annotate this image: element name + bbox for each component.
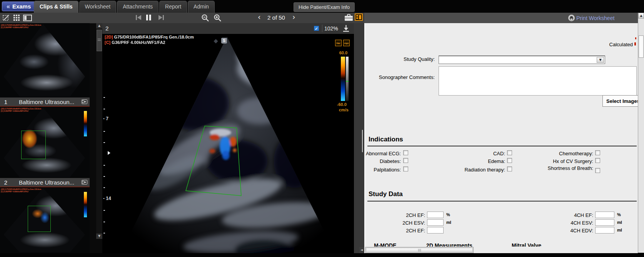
ultrasound-image[interactable] [102,34,354,257]
chevron-down-icon[interactable]: ▼ [597,57,604,63]
previous-image-chevron[interactable]: ‹ [258,13,261,21]
scroll-down-arrow-icon[interactable]: ▼ [96,233,102,239]
thumbnail-colorbar [84,192,87,217]
probe-orientation-badge: S [221,38,227,44]
field-label-4ch-esv: 4CH ESV: [536,220,593,226]
tab-clips-and-stills[interactable]: Clips & Stills [34,1,78,13]
thumbnail-1-image[interactable]: [2D] G75/DR100dB/FA1/P85/Frq Gen./18.0cm… [0,23,90,97]
annotate-measure-icon[interactable] [2,14,10,22]
tab-strip: Clips & Stills Worksheet Attachments Rep… [34,1,215,13]
field-label-2ch-esv: 2CH ESV: [367,220,425,226]
depth-marker-7: - 7 [103,116,108,121]
indication-label-cad: CAD: [443,151,505,156]
checkbox-radiation-therapy[interactable] [507,166,512,171]
indication-label-hx-cv-surgery: Hx of CV Surgery: [547,158,593,164]
thumbnail-title: Baltimore Ultrasoun... [12,179,82,186]
harmonics-badge: Har [335,40,342,46]
download-image-icon[interactable] [342,24,350,32]
scrollbar-thumb[interactable] [97,30,102,51]
sonographer-comments-label: Sonographer Comments: [358,74,435,80]
clipped-red-text [635,37,636,39]
input-4ch-ef[interactable] [595,212,614,218]
tab-admin[interactable]: Admin [188,1,215,13]
field-label-4ch-ef: 4CH EF: [536,212,593,218]
sonographer-comments-textarea[interactable] [439,66,637,96]
velocity-scale-unit: cm/s [339,108,349,112]
clipped-heading-2d-measurements: 2D Measurements [426,242,488,247]
section-rule [367,201,637,202]
thumbnail-overlay-text: [2D] G75/DR100dB/FA1/P85/Frq Gen./18.0cm… [1,188,66,193]
checkbox-palpitations[interactable] [403,166,408,171]
viewer-toolbar [0,13,364,24]
zoom-in-icon[interactable] [214,14,222,22]
zoom-out-icon[interactable] [201,14,209,22]
last-frame-icon[interactable] [158,15,165,20]
hide-patient-exam-info-button[interactable]: Hide Patient/Exam Info [294,2,355,12]
checkbox-edema[interactable] [507,158,512,163]
checkbox-cad[interactable] [507,150,512,155]
ultrasound-fan-graphic [102,34,354,257]
input-2ch-ef-2[interactable] [427,227,444,233]
toggle-worksheet-panel-icon[interactable] [355,13,363,21]
clipped-heading-m-mode: M-MODE [374,242,420,247]
print-worksheet-link[interactable]: Print Worksheet [576,15,614,21]
layout-panel-icon[interactable] [23,15,32,21]
tab-worksheet[interactable]: Worksheet [79,1,117,13]
thumbnail-number: 2 [0,179,12,186]
viewer-zoom-level: 102% [324,25,338,32]
indication-label-chemotherapy: Chemotherapy: [547,151,593,156]
pause-icon[interactable] [146,14,152,21]
study-quality-label: Study Quality: [358,56,435,62]
unit-2ch-ef: % [446,212,450,217]
unit-4ch-ef: % [617,212,621,217]
velocity-scale-min: -60.0 [337,102,347,107]
input-2ch-esv[interactable] [427,219,444,226]
checkbox-abnormal-ecg[interactable] [403,150,408,155]
thumbnail-3-image[interactable]: [2D] G75/DR100dB/FA1/P85/Frq Gen./18.0cm… [0,187,90,253]
checkbox-chemotherapy[interactable] [595,150,600,155]
study-data-heading: Study Data [369,190,403,198]
checkbox-hx-cv-surgery[interactable] [595,158,600,163]
worksheet-vertical-scrollbar[interactable]: ▲ [638,13,644,253]
thumbnail-roi-box [28,206,51,232]
thumbnail-1-label-bar[interactable]: 1 Baltimore Ultrasoun... [0,97,90,106]
indication-label-palpitations: Palpitations: [339,167,401,173]
input-4ch-esv[interactable] [595,219,614,226]
app-window: « Exams Clips & Stills Worksheet Attachm… [0,0,644,257]
image-selected-checkbox[interactable]: ✓ [314,26,319,31]
back-chevrons-icon: « [7,3,10,10]
vscroll-up-arrow-icon[interactable]: ▲ [638,13,644,18]
tab-report[interactable]: Report [159,1,187,13]
clipped-heading-mitral-valve: Mitral Valve [512,242,566,247]
first-frame-icon[interactable] [135,15,142,20]
vscrollbar-thumb[interactable] [639,35,644,58]
doppler-colorbar [341,57,345,101]
clipped-red-text [634,42,636,45]
field-label-2ch-ef-2: 2CH EF: [367,228,425,233]
printer-icon[interactable] [568,15,575,21]
checkbox-diabetes[interactable] [403,158,408,163]
hscroll-left-arrow-icon[interactable]: ◄ [359,247,364,253]
thumbnail-2-image[interactable]: [2D] G75/DR100dB/FA1/P85/Frq Gen./18.0cm… [0,107,90,178]
indication-label-abnormal-ecg: Abnormal ECG: [339,151,401,156]
sidebar-scrollbar[interactable]: ▲ ▼ [96,23,102,239]
input-4ch-edv[interactable] [595,227,614,233]
film-clip-icon [82,180,87,185]
tab-attachments[interactable]: Attachments [117,1,158,13]
thumbnail-overlay-text: [2D] G75/DR100dB/FA1/P85/Frq Gen./18.0cm… [1,24,66,29]
scroll-up-arrow-icon[interactable]: ▲ [96,23,102,29]
indications-heading: Indications [369,136,403,143]
checkbox-shortness-of-breath[interactable] [595,168,600,173]
worksheet-horizontal-scrollbar[interactable] [365,247,474,253]
briefcase-icon[interactable] [344,14,353,22]
unit-4ch-edv: ml [617,228,622,232]
input-2ch-ef[interactable] [427,212,444,218]
back-to-exams-button[interactable]: « Exams [2,1,36,12]
hscrollbar-thumb[interactable] [366,248,473,252]
next-image-chevron[interactable]: › [292,13,295,21]
thumbnail-overlay-text: [2D] G75/DR100dB/FA1/P85/Frq Gen./18.0cm… [1,108,66,112]
exams-button-label: Exams [12,3,31,10]
thumbnail-2-label-bar[interactable]: 2 Baltimore Ultrasoun... [0,178,90,186]
study-quality-dropdown[interactable]: ▼ [439,55,605,64]
grid-view-icon[interactable] [13,15,20,22]
